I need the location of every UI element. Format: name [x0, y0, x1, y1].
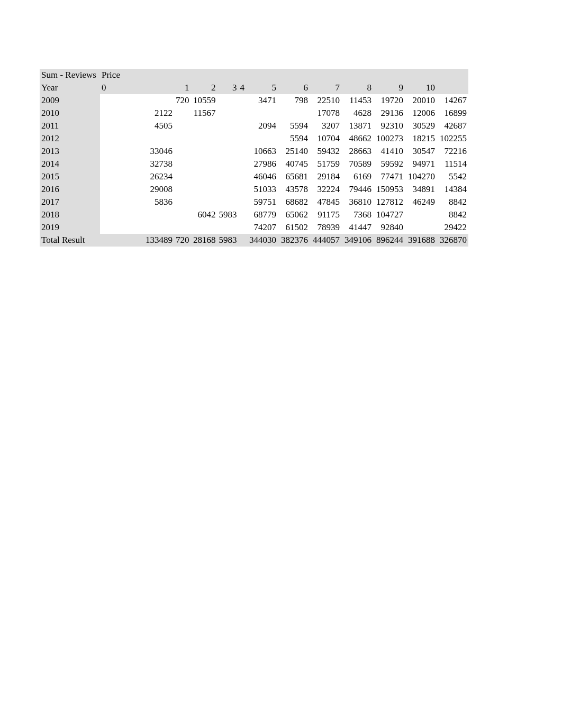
data-cell: 29008 — [100, 183, 174, 196]
data-cell: 14384 — [437, 183, 468, 196]
column-header: 2 — [191, 81, 217, 94]
column-header: 8 — [341, 81, 373, 94]
blank-header — [278, 69, 310, 81]
data-cell — [239, 170, 247, 183]
pivot-body: Sum - Reviews Price Year 0 1 2 3 4 5 6 7… — [40, 69, 468, 247]
column-field-label: Price — [100, 69, 174, 81]
data-cell — [217, 170, 239, 183]
data-cell: 77471 — [373, 170, 405, 183]
data-cell: 720 — [174, 94, 191, 107]
table-row: 2015262344604665681291846169774711042705… — [40, 170, 468, 183]
data-cell: 46249 — [405, 196, 437, 208]
blank-header — [239, 69, 247, 81]
data-cell: 798 — [278, 94, 310, 107]
blank-header — [217, 69, 239, 81]
data-cell: 3207 — [310, 120, 341, 132]
row-label: 2014 — [40, 158, 100, 170]
table-row: 2018604259836877965062911757368104727884… — [40, 208, 468, 221]
pivot-table: Sum - Reviews Price Year 0 1 2 3 4 5 6 7… — [40, 69, 468, 247]
column-header: 5 — [246, 81, 278, 94]
data-cell: 104270 — [405, 170, 437, 183]
data-cell — [174, 196, 191, 208]
pivot-header-row-2: Year 0 1 2 3 4 5 6 7 8 9 10 — [40, 81, 468, 94]
data-cell — [239, 94, 247, 107]
data-cell: 25140 — [278, 145, 310, 158]
blank-header — [405, 69, 437, 81]
table-row: 2016290085103343578322247944615095334891… — [40, 183, 468, 196]
data-cell: 16899 — [437, 107, 468, 120]
total-cell: 5983 — [217, 234, 239, 247]
total-cell: 896244 — [373, 234, 405, 247]
total-cell — [239, 234, 247, 247]
data-cell: 43578 — [278, 183, 310, 196]
data-cell — [246, 107, 278, 120]
column-header: 4 — [239, 81, 247, 94]
data-cell: 65062 — [278, 208, 310, 221]
data-cell — [217, 132, 239, 145]
data-cell: 19720 — [373, 94, 405, 107]
row-label: 2016 — [40, 183, 100, 196]
column-header: 0 — [100, 81, 174, 94]
data-cell — [217, 145, 239, 158]
row-field-label: Year — [40, 81, 100, 94]
blank-header — [310, 69, 341, 81]
column-header: 3 — [217, 81, 239, 94]
total-cell: 349106 — [341, 234, 373, 247]
column-header: 6 — [278, 81, 310, 94]
data-cell — [174, 208, 191, 221]
data-cell: 72216 — [437, 145, 468, 158]
total-cell: 28168 — [191, 234, 217, 247]
data-cell — [174, 221, 191, 234]
data-cell: 4505 — [100, 120, 174, 132]
total-cell: 720 — [174, 234, 191, 247]
data-cell: 17078 — [310, 107, 341, 120]
data-cell — [246, 132, 278, 145]
data-cell — [191, 221, 217, 234]
data-cell: 10704 — [310, 132, 341, 145]
data-cell — [191, 183, 217, 196]
data-cell: 13871 — [341, 120, 373, 132]
data-cell — [278, 107, 310, 120]
data-cell: 29184 — [310, 170, 341, 183]
blank-header — [174, 69, 191, 81]
data-cell: 26234 — [100, 170, 174, 183]
data-cell: 5836 — [100, 196, 174, 208]
data-cell — [405, 208, 437, 221]
data-cell: 70589 — [341, 158, 373, 170]
column-header — [437, 81, 468, 94]
data-cell: 29136 — [373, 107, 405, 120]
data-cell: 6042 — [191, 208, 217, 221]
data-cell: 8842 — [437, 208, 468, 221]
data-cell: 47845 — [310, 196, 341, 208]
row-label: 2015 — [40, 170, 100, 183]
data-cell: 5594 — [278, 132, 310, 145]
data-cell — [239, 158, 247, 170]
data-cell: 28663 — [341, 145, 373, 158]
data-cell — [217, 183, 239, 196]
row-label: 2013 — [40, 145, 100, 158]
data-cell — [100, 221, 174, 234]
total-label: Total Result — [40, 234, 100, 247]
data-cell — [174, 132, 191, 145]
data-cell: 30547 — [405, 145, 437, 158]
data-cell — [217, 107, 239, 120]
table-row: 2017583659751686824784536810127812462498… — [40, 196, 468, 208]
data-cell — [174, 120, 191, 132]
data-cell: 11453 — [341, 94, 373, 107]
data-cell: 91175 — [310, 208, 341, 221]
blank-header — [246, 69, 278, 81]
table-row: 2010212211567170784628291361200616899 — [40, 107, 468, 120]
data-cell: 14267 — [437, 94, 468, 107]
data-cell: 59592 — [373, 158, 405, 170]
row-label: 2018 — [40, 208, 100, 221]
data-cell: 4628 — [341, 107, 373, 120]
data-cell — [191, 158, 217, 170]
data-cell: 42687 — [437, 120, 468, 132]
total-cell: 391688 — [405, 234, 437, 247]
data-cell — [191, 145, 217, 158]
row-label: 2012 — [40, 132, 100, 145]
data-cell: 2122 — [100, 107, 174, 120]
data-cell — [174, 145, 191, 158]
data-cell: 8842 — [437, 196, 468, 208]
data-cell: 3471 — [246, 94, 278, 107]
